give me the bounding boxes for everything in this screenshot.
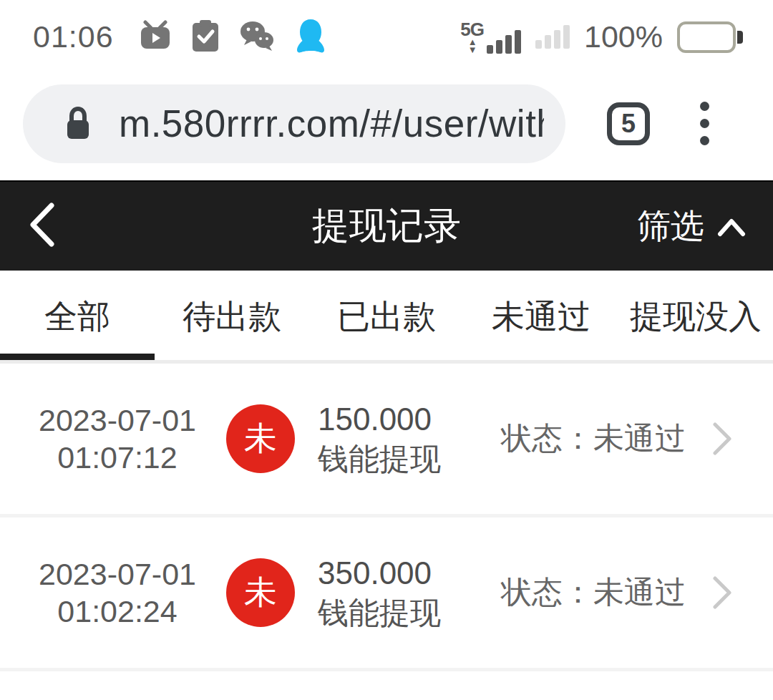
tasks-check-icon bbox=[191, 19, 220, 56]
record-datetime: 2023-07-01 01:02:24 bbox=[20, 555, 215, 631]
record-amount: 150.000 bbox=[318, 399, 501, 439]
tab-not-credited[interactable]: 提现没入 bbox=[618, 271, 773, 364]
url-text[interactable]: m.580rrrr.com/#/user/withd bbox=[119, 102, 544, 145]
browser-toolbar: m.580rrrr.com/#/user/withd 5 bbox=[0, 74, 773, 180]
tab-label: 待出款 bbox=[183, 295, 281, 339]
tab-rejected[interactable]: 未通过 bbox=[464, 271, 618, 364]
record-method: 钱能提现 bbox=[318, 439, 501, 478]
filter-tabs: 全部 待出款 已出款 未通过 提现没入 bbox=[0, 271, 773, 364]
chevron-right-icon[interactable] bbox=[710, 574, 734, 611]
record-datetime: 2023-07-01 01:07:12 bbox=[20, 402, 215, 477]
empty-space bbox=[0, 671, 773, 700]
record-amount-block: 350.000 钱能提现 bbox=[318, 553, 501, 632]
tab-count-label: 5 bbox=[621, 109, 636, 139]
tab-all[interactable]: 全部 bbox=[0, 271, 155, 364]
record-time: 01:02:24 bbox=[20, 593, 215, 630]
filter-button[interactable]: 筛选 bbox=[637, 204, 747, 249]
status-bar: 01:06 5G ▲▼ 100% bbox=[0, 0, 773, 74]
phone-screen: 01:06 5G ▲▼ 100% bbox=[0, 0, 773, 700]
signal-bars-sim1-icon bbox=[487, 30, 521, 54]
status-badge-label: 未 bbox=[244, 417, 277, 461]
record-time: 01:07:12 bbox=[20, 439, 215, 476]
qq-icon bbox=[294, 18, 327, 57]
tab-label: 提现没入 bbox=[630, 295, 762, 339]
signal-5g-icon: 5G ▲▼ bbox=[460, 20, 521, 54]
tab-pending-payout[interactable]: 待出款 bbox=[155, 271, 309, 364]
app-header: 提现记录 筛选 bbox=[0, 180, 773, 271]
signal-bars-sim2-icon bbox=[535, 25, 570, 49]
lock-icon bbox=[63, 106, 93, 142]
tab-counter-button[interactable]: 5 bbox=[607, 102, 650, 145]
battery-percent-label: 100% bbox=[584, 19, 663, 54]
tab-label: 已出款 bbox=[337, 295, 436, 339]
tab-label: 全部 bbox=[44, 295, 110, 339]
withdrawal-record-list: 2023-07-01 01:07:12 未 150.000 钱能提现 状态：未通… bbox=[0, 364, 773, 700]
record-row[interactable]: 2023-07-01 01:07:12 未 150.000 钱能提现 状态：未通… bbox=[0, 364, 773, 514]
clock-time: 01:06 bbox=[33, 19, 114, 54]
record-date: 2023-07-01 bbox=[20, 555, 215, 593]
tab-paid-out[interactable]: 已出款 bbox=[309, 271, 464, 364]
status-badge: 未 bbox=[226, 558, 295, 627]
filter-label: 筛选 bbox=[637, 204, 704, 249]
kebab-menu-icon[interactable] bbox=[696, 97, 714, 150]
battery-icon bbox=[677, 21, 743, 53]
updown-arrows-icon: ▲▼ bbox=[468, 39, 477, 54]
bilibili-icon bbox=[138, 20, 172, 54]
status-badge: 未 bbox=[226, 404, 295, 473]
record-status: 状态：未通过 bbox=[501, 418, 686, 460]
notification-icons bbox=[138, 18, 327, 57]
wechat-icon bbox=[238, 19, 276, 55]
record-date: 2023-07-01 bbox=[20, 402, 215, 439]
record-amount: 350.000 bbox=[318, 553, 501, 593]
record-row[interactable]: 2023-07-01 01:02:24 未 350.000 钱能提现 状态：未通… bbox=[0, 517, 773, 668]
tab-label: 未通过 bbox=[492, 295, 590, 339]
record-status: 状态：未通过 bbox=[501, 572, 686, 613]
chevron-right-icon[interactable] bbox=[710, 420, 734, 457]
record-amount-block: 150.000 钱能提现 bbox=[318, 399, 501, 478]
record-method: 钱能提现 bbox=[318, 593, 501, 632]
back-chevron-icon bbox=[26, 201, 57, 251]
url-omnibox[interactable]: m.580rrrr.com/#/user/withd bbox=[23, 84, 565, 163]
status-badge-label: 未 bbox=[244, 570, 277, 615]
back-button[interactable] bbox=[26, 198, 76, 255]
status-bar-right: 5G ▲▼ 100% bbox=[460, 19, 743, 54]
chevron-up-icon bbox=[716, 207, 747, 246]
